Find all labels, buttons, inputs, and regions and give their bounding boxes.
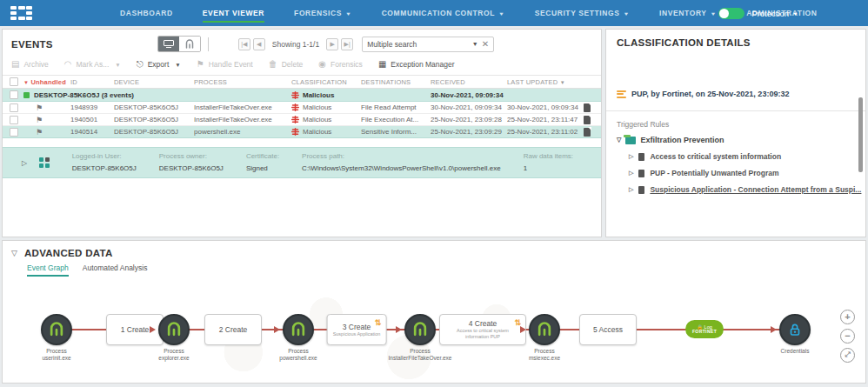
zoom-out-button[interactable]: − <box>840 329 855 344</box>
event-row-1948939[interactable]: ⚑1948939DESKTOP-85K6O5JInstallerFileTake… <box>3 102 601 114</box>
unhandled-filter[interactable]: ▼ Unhandled <box>23 78 70 86</box>
pagination-text: Showing 1-1/1 <box>272 40 319 49</box>
column-header-classification[interactable]: CLASSIFICATION <box>291 78 361 86</box>
graph-node-credentials[interactable] <box>779 314 811 345</box>
events-panel: EVENTS |◀ ◀ Showing 1-1/1 ▶ ▶| <box>2 29 602 237</box>
row-checkbox[interactable] <box>10 128 18 137</box>
raw-data-doc-icon[interactable] <box>584 116 603 124</box>
collapse-arrow-icon[interactable]: ▽ <box>11 249 17 257</box>
graph-controls: + − ⤢ <box>840 310 855 363</box>
nav-item-label: DASHBOARD <box>120 9 173 17</box>
exfiltration-flag-icon: ⇅ <box>375 319 382 327</box>
graph-action-3-create[interactable]: ⇅3 CreateSuspicious Application <box>327 314 387 345</box>
clear-search-icon[interactable]: ✕ <box>482 39 489 49</box>
flag-icon[interactable]: ⚑ <box>36 128 70 137</box>
raw-data-doc-icon[interactable] <box>584 103 603 112</box>
archive-button[interactable]: ▤Archive <box>11 60 49 69</box>
rule-label: Access to critical system information <box>650 152 781 161</box>
forensics-button[interactable]: ◉Forensics <box>318 60 363 69</box>
event-row-1940501[interactable]: ⚑1940501DESKTOP-85K6O5JInstallerFileTake… <box>3 114 601 126</box>
graph-action-5-access[interactable]: 5 Access <box>579 314 637 345</box>
event-destinations: Sensitive Inform... <box>361 128 431 136</box>
expand-arrow-icon[interactable]: ▷ <box>22 159 27 172</box>
first-page-button[interactable]: |◀ <box>238 38 250 50</box>
multiple-search-select[interactable]: Multiple search ▼ ✕ <box>362 37 494 52</box>
log-action-badge[interactable]: 🔒 LogFORTINET <box>685 320 724 338</box>
graph-node-powershell-exe[interactable] <box>283 314 314 345</box>
row-checkbox[interactable] <box>10 103 18 112</box>
rule-group-exfiltration-prevention[interactable]: ▽Exfiltration Prevention <box>617 136 865 144</box>
rule-item-access-to-critical-system-information[interactable]: ▷Access to critical system information <box>629 152 865 161</box>
graph-node-userinit-exe[interactable] <box>41 314 72 345</box>
event-id: 1940501 <box>70 116 114 123</box>
lock-icon <box>787 322 803 337</box>
table-header: ▼ Unhandled IDDEVICEPROCESSCLASSIFICATIO… <box>3 76 601 89</box>
scrollbar[interactable] <box>858 97 863 172</box>
nav-item-inventory[interactable]: INVENTORY▼ <box>659 0 717 26</box>
column-header-destinations[interactable]: DESTINATIONS <box>361 78 431 86</box>
nav-item-security-settings[interactable]: SECURITY SETTINGS▼ <box>535 0 630 26</box>
protection-toggle[interactable] <box>718 8 744 19</box>
prev-page-button[interactable]: ◀ <box>253 38 265 50</box>
nav-item-dashboard[interactable]: DASHBOARD <box>120 0 173 26</box>
export-button[interactable]: ⎋Export▼ <box>137 60 181 69</box>
folder-icon <box>625 137 636 144</box>
protection-menu[interactable]: Protection ▼ <box>751 9 798 18</box>
delete-button[interactable]: 🗑Delete <box>269 60 304 69</box>
event-classification: Malicious <box>291 116 361 123</box>
event-classification: Malicious <box>291 103 361 111</box>
graph-node-installerfiletakeover-exe[interactable] <box>404 314 436 345</box>
zoom-in-button[interactable]: + <box>840 310 855 324</box>
flag-icon[interactable]: ⚑ <box>36 116 70 124</box>
group-device: DESKTOP-85K6O5J (3 events) <box>23 91 291 99</box>
tab-event-graph[interactable]: Event Graph <box>27 264 69 277</box>
chevron-down-icon: ▼ <box>175 62 180 68</box>
nav-item-label: FORENSICS <box>294 9 342 17</box>
fit-view-button[interactable]: ⤢ <box>840 348 855 363</box>
column-header-last-updated[interactable]: LAST UPDATED ▼ <box>507 78 584 86</box>
column-header-process[interactable]: PROCESS <box>194 78 291 86</box>
nav-item-event-viewer[interactable]: EVENT VIEWER <box>203 0 264 26</box>
graph-action-2-create[interactable]: 2 Create <box>204 314 262 345</box>
rule-item-pup-potentially-unwanted-program[interactable]: ▷PUP - Potentially Unwanted Program <box>629 169 865 177</box>
row-checkbox[interactable] <box>10 90 18 99</box>
event-received: 25-Nov-2021, 23:09:29 <box>431 128 507 136</box>
last-page-button[interactable]: ▶| <box>341 38 353 50</box>
nav-item-forensics[interactable]: FORENSICS▼ <box>294 0 352 26</box>
process-view-button[interactable] <box>179 37 200 51</box>
collapsed-arrow-icon[interactable]: ▷ <box>629 153 633 160</box>
column-header-device[interactable]: DEVICE <box>114 78 194 86</box>
detail-label: Raw data items: <box>524 152 573 160</box>
action-note: Suspicious Application <box>333 331 381 337</box>
device-view-button[interactable] <box>158 37 179 51</box>
column-header-id[interactable]: ID <box>70 78 114 86</box>
rule-item-suspicious-application-connection-attemp[interactable]: ▷Suspicious Application - Connection Att… <box>629 185 865 194</box>
nav-item-communication-control[interactable]: COMMUNICATION CONTROL▼ <box>382 0 505 26</box>
collapsed-arrow-icon[interactable]: ▷ <box>629 170 633 177</box>
row-checkbox[interactable] <box>10 116 18 124</box>
device-group-row[interactable]: DESKTOP-85K6O5J (3 events)Malicious30-No… <box>3 89 601 102</box>
group-classification: Malicious <box>291 91 361 99</box>
event-last-updated: 25-Nov-2021, 23:11:02 <box>507 128 584 136</box>
collapsed-arrow-icon[interactable]: ▷ <box>629 186 633 193</box>
column-header-received[interactable]: RECEIVED <box>431 78 507 86</box>
graph-node-explorer-exe[interactable] <box>158 314 190 345</box>
flag-icon[interactable]: ⚑ <box>36 103 70 112</box>
detail-field-logged-in-user: Logged-in User:DESKTOP-85K6O5J <box>72 152 137 172</box>
detail-value: C:\Windows\System32\WindowsPowerShell\v1… <box>302 164 501 172</box>
raw-data-doc-icon[interactable] <box>584 128 603 137</box>
button-label: Handle Event <box>209 60 253 69</box>
event-received: 25-Nov-2021, 23:09:28 <box>431 116 507 123</box>
event-row-1940514[interactable]: ⚑1940514DESKTOP-85K6O5Jpowershell.exeMal… <box>3 126 601 138</box>
select-all-checkbox[interactable] <box>10 77 18 86</box>
next-page-button[interactable]: ▶ <box>326 38 338 50</box>
tab-automated-analysis[interactable]: Automated Analysis <box>83 264 148 277</box>
graph-node-msiexec-exe[interactable] <box>529 314 560 345</box>
action-label: 1 Create <box>121 325 150 334</box>
advanced-data-panel: ▽ ADVANCED DATA Event GraphAutomated Ana… <box>2 240 866 384</box>
graph-action-4-create[interactable]: ⇅4 CreateAccess to critical system infor… <box>439 314 526 345</box>
expanded-arrow-icon[interactable]: ▽ <box>617 137 621 143</box>
handle-event-button[interactable]: ⚑Handle Event <box>197 60 253 69</box>
mark-as-button[interactable]: ◠Mark As...▼ <box>64 60 121 69</box>
exception-manager-button[interactable]: ▦Exception Manager <box>378 60 455 69</box>
